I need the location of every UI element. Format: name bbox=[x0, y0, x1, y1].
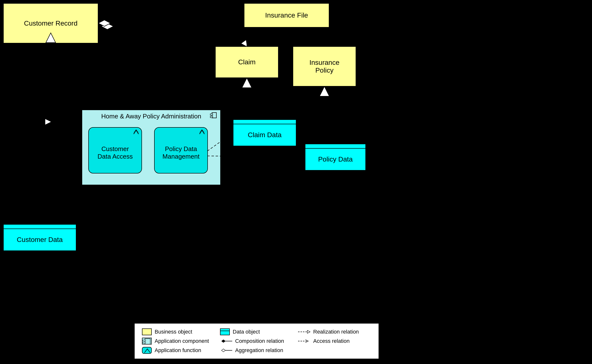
claim-data-label: Claim Data bbox=[248, 131, 281, 139]
svg-marker-4 bbox=[101, 23, 113, 29]
legend-business-object-label: Business object bbox=[155, 329, 192, 335]
customer-data-access-box: CustomerData Access bbox=[88, 127, 142, 173]
legend-composition: Composition relation bbox=[220, 338, 293, 345]
policy-data-box: Policy Data bbox=[305, 144, 366, 171]
composition-icon bbox=[220, 338, 232, 345]
customer-data-box: Customer Data bbox=[3, 224, 76, 251]
customer-data-label: Customer Data bbox=[17, 236, 63, 244]
insurance-file-box: Insurance File bbox=[244, 3, 329, 28]
legend-realization-label: Realization relation bbox=[313, 329, 359, 335]
legend-app-component-label: Application component bbox=[155, 338, 209, 344]
svg-line-33 bbox=[110, 15, 244, 23]
claim-data-box: Claim Data bbox=[233, 119, 296, 146]
claim-box: Claim bbox=[215, 46, 279, 78]
policy-data-header bbox=[305, 144, 365, 149]
svg-line-14 bbox=[207, 156, 305, 157]
policy-data-mgmt-label: Policy DataManagement bbox=[162, 140, 200, 160]
svg-line-47 bbox=[76, 185, 151, 224]
svg-rect-19 bbox=[210, 116, 213, 118]
claim-data-label-wrap: Claim Data bbox=[233, 124, 296, 146]
legend-access-label: Access relation bbox=[313, 338, 350, 344]
legend-composition-label: Composition relation bbox=[235, 338, 284, 344]
customer-data-label-wrap: Customer Data bbox=[4, 229, 76, 250]
app-component-title: Home & Away Policy Administration bbox=[82, 113, 220, 120]
svg-marker-11 bbox=[322, 86, 327, 91]
insurance-policy-label: InsurancePolicy bbox=[310, 59, 340, 74]
legend-box: Business object Data object Realization … bbox=[134, 323, 379, 359]
insurance-file-label: Insurance File bbox=[265, 11, 308, 19]
svg-marker-28 bbox=[221, 349, 225, 352]
customer-data-header bbox=[4, 225, 76, 229]
svg-line-6 bbox=[247, 28, 273, 46]
policy-data-mgmt-box: Policy DataManagement bbox=[154, 127, 208, 173]
legend-app-component-icon bbox=[142, 338, 152, 345]
app-component-box: Home & Away Policy Administration Custom… bbox=[82, 110, 221, 185]
policy-data-label: Policy Data bbox=[318, 155, 353, 163]
legend-app-function-label: Application function bbox=[155, 347, 201, 354]
svg-marker-40 bbox=[242, 78, 252, 88]
svg-rect-24 bbox=[143, 342, 146, 343]
svg-marker-9 bbox=[244, 78, 249, 83]
insurance-policy-box: InsurancePolicy bbox=[293, 46, 356, 86]
svg-marker-25 bbox=[221, 340, 225, 343]
legend-app-function-svg bbox=[142, 347, 152, 354]
claim-label: Claim bbox=[238, 58, 256, 66]
legend-realization: Realization relation bbox=[298, 328, 371, 335]
policy-data-label-wrap: Policy Data bbox=[305, 149, 365, 170]
svg-rect-18 bbox=[210, 114, 213, 115]
svg-line-44 bbox=[76, 185, 115, 238]
customer-record-box: Customer Record bbox=[3, 3, 98, 43]
legend-aggregation: Aggregation relation bbox=[220, 347, 293, 354]
svg-marker-21 bbox=[307, 330, 310, 333]
customer-record-label: Customer Record bbox=[24, 19, 77, 27]
svg-line-7 bbox=[287, 28, 324, 46]
component-icon bbox=[210, 112, 218, 119]
legend-data-object-label: Data object bbox=[233, 329, 260, 335]
svg-marker-42 bbox=[320, 86, 329, 96]
access-icon bbox=[298, 338, 310, 345]
customer-data-access-label: CustomerData Access bbox=[98, 140, 133, 160]
legend-data-object: Data object bbox=[220, 328, 293, 335]
claim-data-header bbox=[233, 120, 296, 124]
legend-app-function: Application function bbox=[142, 347, 215, 354]
svg-line-5 bbox=[113, 16, 244, 26]
svg-rect-23 bbox=[143, 340, 146, 341]
legend-aggregation-label: Aggregation relation bbox=[235, 347, 283, 354]
svg-marker-32 bbox=[98, 20, 110, 26]
svg-line-46 bbox=[207, 156, 305, 157]
legend-business-object: Business object bbox=[142, 328, 215, 335]
legend-app-component: Application component bbox=[142, 338, 215, 345]
chevron-icon-2 bbox=[199, 129, 205, 135]
legend-access: Access relation bbox=[298, 338, 371, 345]
legend-yellow-icon bbox=[142, 328, 152, 335]
legend-app-function-icon bbox=[142, 347, 152, 354]
aggregation-icon bbox=[220, 347, 232, 354]
realization-icon bbox=[298, 328, 310, 335]
legend-app-component-svg bbox=[142, 338, 152, 345]
legend-cyan-icon bbox=[220, 328, 230, 335]
chevron-icon-1 bbox=[133, 129, 140, 135]
svg-rect-22 bbox=[145, 339, 150, 344]
